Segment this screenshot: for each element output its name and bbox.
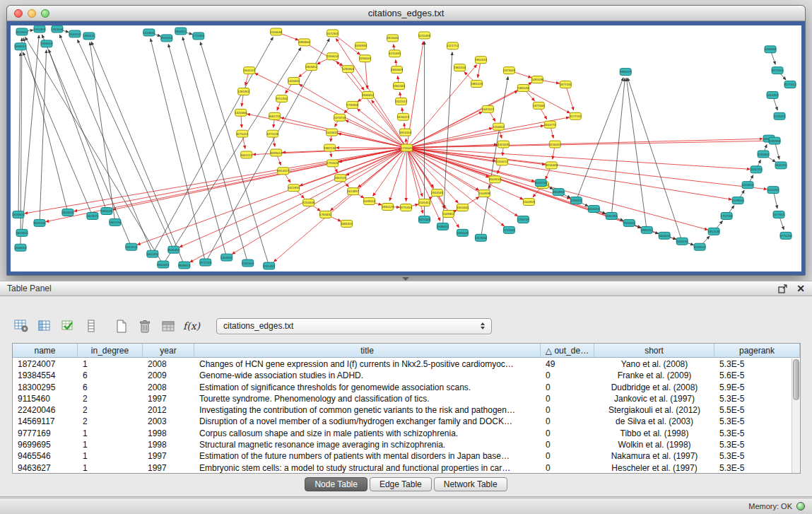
table-cell[interactable]: Embryonic stem cells: a model to study s… xyxy=(194,462,541,473)
graph-edge[interactable] xyxy=(299,84,406,148)
table-cell[interactable]: 5.5E-5 xyxy=(714,404,792,416)
graph-edge[interactable] xyxy=(406,112,482,148)
table-cell[interactable]: Wolkin et al. (1998) xyxy=(594,439,714,450)
table-cell[interactable]: 0 xyxy=(541,439,594,450)
import-table-button[interactable] xyxy=(58,317,78,335)
network-canvas[interactable]: 1724045185100416162231322017196134316646… xyxy=(11,25,801,271)
table-row[interactable]: 911546021997Tourette syndrome. Phenomeno… xyxy=(13,393,792,404)
table-cell[interactable]: 0 xyxy=(541,428,594,439)
graph-edge[interactable] xyxy=(406,83,531,148)
float-panel-icon[interactable] xyxy=(778,284,788,293)
graph-edge[interactable] xyxy=(406,141,768,148)
table-cell[interactable]: 9465546 xyxy=(13,450,78,462)
table-cell[interactable]: 5.3E-5 xyxy=(714,428,792,439)
graph-edge[interactable] xyxy=(40,50,47,223)
table-cell[interactable]: 5.6E-5 xyxy=(714,370,792,381)
table-cell[interactable]: 1997 xyxy=(143,393,194,404)
table-cell[interactable]: 0 xyxy=(541,382,594,393)
function-builder-button[interactable]: f(x) xyxy=(182,317,201,335)
graph-edge[interactable] xyxy=(59,35,152,254)
column-header-name[interactable]: name xyxy=(13,344,78,357)
table-cell[interactable]: Tourette syndrome. Phenomenology and cla… xyxy=(194,393,541,404)
table-cell[interactable]: Hescheler et al. (1997) xyxy=(594,462,714,473)
window-titlebar[interactable]: citations_edges.txt xyxy=(7,6,805,21)
table-cell[interactable]: 0 xyxy=(541,450,594,462)
table-row[interactable]: 946362711997Embryonic stem cells: a mode… xyxy=(13,462,792,473)
graph-edge[interactable] xyxy=(406,148,407,201)
table-cell[interactable]: 2003 xyxy=(143,416,194,427)
row-tools-button[interactable] xyxy=(81,317,101,335)
tab-node-table[interactable]: Node Table xyxy=(305,477,367,491)
table-row[interactable]: 2242004622012Investigating the contribut… xyxy=(13,404,792,416)
minimize-window-button[interactable] xyxy=(28,9,36,18)
table-cell[interactable]: 2008 xyxy=(143,382,194,393)
table-cell[interactable]: 14569117 xyxy=(13,416,78,427)
table-cell[interactable]: 2 xyxy=(78,404,143,416)
column-header-year[interactable]: year xyxy=(143,344,194,357)
table-cell[interactable]: 0 xyxy=(541,416,594,427)
graph-edge[interactable] xyxy=(406,148,422,197)
graph-edge[interactable] xyxy=(406,148,731,199)
table-cell[interactable]: 1 xyxy=(78,462,143,473)
table-cell[interactable]: 0 xyxy=(541,393,594,404)
table-row[interactable]: 1872400712008Changes of HCN gene express… xyxy=(13,358,792,370)
show-columns-button[interactable] xyxy=(35,317,54,335)
table-row[interactable]: 946554611997Estimation of the future num… xyxy=(13,450,792,462)
table-cell[interactable]: 9463627 xyxy=(13,462,78,473)
graph-edge[interactable] xyxy=(206,39,329,262)
column-header-pagerank[interactable]: pagerank xyxy=(714,344,800,357)
table-cell[interactable]: Changes of HCN gene expression and I(f) … xyxy=(194,358,541,370)
column-header-out_de[interactable]: △ out_de… xyxy=(541,344,594,357)
graph-edge[interactable] xyxy=(406,139,763,148)
table-cell[interactable]: 9699695 xyxy=(13,439,78,450)
table-cell[interactable]: 1 xyxy=(78,358,143,370)
graph-edge[interactable] xyxy=(523,88,570,113)
graph-edge[interactable] xyxy=(406,128,492,148)
table-cell[interactable]: 18300295 xyxy=(13,382,78,393)
graph-edge[interactable] xyxy=(626,78,647,230)
table-cell[interactable]: 5.3E-5 xyxy=(714,358,792,370)
graph-edge[interactable] xyxy=(182,37,247,264)
table-cell[interactable]: 5.3E-5 xyxy=(714,462,792,473)
graph-edge[interactable] xyxy=(90,42,115,223)
graph-edge[interactable] xyxy=(200,42,269,266)
table-cell[interactable]: Franke et al. (2009) xyxy=(594,370,714,381)
graph-edge[interactable] xyxy=(74,148,407,211)
table-cell[interactable]: 1998 xyxy=(143,439,194,450)
table-cell[interactable]: 22420046 xyxy=(13,404,78,416)
graph-edge[interactable] xyxy=(18,53,20,215)
table-cell[interactable]: Estimation of the future numbers of pati… xyxy=(194,450,541,462)
table-cell[interactable]: 2008 xyxy=(143,358,194,370)
table-row[interactable]: 1938455462009Genome-wide association stu… xyxy=(13,370,792,381)
table-cell[interactable]: 49 xyxy=(541,358,594,370)
table-cell[interactable]: Jankovic et al. (1997) xyxy=(594,393,714,404)
delete-table-button[interactable] xyxy=(135,317,155,335)
table-cell[interactable]: 5.3E-5 xyxy=(714,439,792,450)
graph-edge[interactable] xyxy=(576,78,623,201)
table-cell[interactable]: 19384554 xyxy=(13,370,78,381)
table-source-dropdown[interactable]: citations_edges.txt xyxy=(216,318,492,334)
table-cell[interactable]: 5.9E-5 xyxy=(714,382,792,393)
table-cell[interactable]: Genome-wide association studies in ADHD. xyxy=(194,370,541,381)
table-cell[interactable]: 9777169 xyxy=(13,428,78,439)
graph-edge[interactable] xyxy=(49,49,107,211)
table-cell[interactable]: Investigating the contribution of common… xyxy=(194,404,541,416)
table-cell[interactable]: 1997 xyxy=(143,462,194,473)
table-scrollbar[interactable] xyxy=(792,358,800,473)
merge-table-button[interactable] xyxy=(158,317,178,335)
table-cell[interactable]: 6 xyxy=(78,382,143,393)
table-cell[interactable]: Structural magnetic resonance image aver… xyxy=(194,439,541,450)
graph-edge[interactable] xyxy=(611,78,625,216)
table-cell[interactable]: 1 xyxy=(78,439,143,450)
table-cell[interactable]: 2 xyxy=(78,416,143,427)
table-cell[interactable]: 2012 xyxy=(143,404,194,416)
table-row[interactable]: 1456911722003Disruption of a novel membe… xyxy=(13,416,792,427)
new-table-button[interactable] xyxy=(112,317,131,335)
column-header-short[interactable]: short xyxy=(594,344,714,357)
table-cell[interactable]: Corpus callosum shape and size in male p… xyxy=(194,428,541,439)
table-cell[interactable]: 6 xyxy=(78,370,143,381)
table-cell[interactable]: 5.3E-5 xyxy=(714,393,792,404)
table-cell[interactable]: 5.3E-5 xyxy=(714,416,792,427)
graph-edge[interactable] xyxy=(628,78,682,241)
graph-edge[interactable] xyxy=(25,148,407,214)
